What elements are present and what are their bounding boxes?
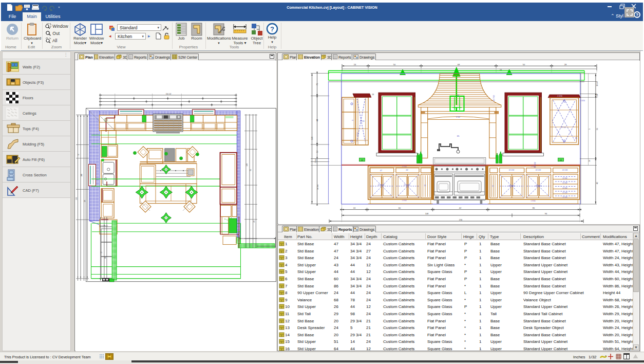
svg-text:22 1/32: 22 1/32 <box>509 169 515 171</box>
svg-text:22 1/32: 22 1/32 <box>536 169 541 171</box>
svg-text:28 15/32: 28 15/32 <box>508 185 515 187</box>
svg-text:2 13/16: 2 13/16 <box>557 95 562 97</box>
svg-text:1 9/16: 1 9/16 <box>402 166 407 168</box>
svg-text:108: 108 <box>81 174 83 177</box>
svg-text:66: 66 <box>457 95 459 97</box>
svg-text:24: 24 <box>500 69 502 71</box>
svg-text:108: 108 <box>425 212 429 215</box>
svg-text:26: 26 <box>253 221 255 223</box>
svg-text:2 3/4: 2 3/4 <box>596 94 598 97</box>
svg-text:44: 44 <box>316 119 318 121</box>
svg-text:24: 24 <box>354 63 356 66</box>
svg-text:22 1/32: 22 1/32 <box>562 187 567 189</box>
svg-text:68: 68 <box>458 63 460 66</box>
svg-text:55: 55 <box>596 128 598 130</box>
svg-text:6 3/4: 6 3/4 <box>456 116 460 118</box>
svg-text:?: ? <box>270 25 274 33</box>
svg-text:60: 60 <box>399 207 401 209</box>
svg-text:72: 72 <box>78 154 80 156</box>
svg-text:84: 84 <box>104 257 106 259</box>
svg-text:1 9/16: 1 9/16 <box>402 199 407 202</box>
svg-text:120: 120 <box>311 137 313 140</box>
svg-text:96: 96 <box>545 212 547 215</box>
svg-text:42: 42 <box>459 207 462 209</box>
svg-text:24: 24 <box>372 94 374 96</box>
svg-text:120: 120 <box>246 163 248 167</box>
svg-text:34 3/4: 34 3/4 <box>317 185 319 190</box>
svg-text:95: 95 <box>250 169 252 171</box>
svg-text:7 1/4: 7 1/4 <box>315 159 317 163</box>
svg-text:19 3/4: 19 3/4 <box>596 81 598 86</box>
svg-text:2 13/16: 2 13/16 <box>580 100 585 102</box>
svg-text:86: 86 <box>533 207 535 209</box>
svg-text:5: 5 <box>589 129 591 130</box>
svg-text:7: 7 <box>113 257 115 258</box>
svg-text:2 7/16: 2 7/16 <box>360 120 365 122</box>
svg-text:1 9/16: 1 9/16 <box>531 200 536 202</box>
svg-text:150 1/2: 150 1/2 <box>166 93 172 95</box>
svg-text:28: 28 <box>564 63 567 66</box>
svg-text:22 15/32: 22 15/32 <box>378 184 385 186</box>
svg-text:47: 47 <box>380 170 382 172</box>
svg-text:271/2: 271/2 <box>357 132 359 136</box>
svg-text:50: 50 <box>393 63 396 66</box>
svg-text:22 1/32: 22 1/32 <box>562 169 568 171</box>
svg-text:32 7/32: 32 7/32 <box>493 95 495 101</box>
svg-text:22 1/32: 22 1/32 <box>562 177 567 179</box>
svg-text:22 1/32: 22 1/32 <box>562 192 567 194</box>
svg-text:22: 22 <box>406 169 408 171</box>
svg-text:50: 50 <box>523 63 525 66</box>
svg-text:42: 42 <box>596 182 598 184</box>
svg-text:56: 56 <box>84 200 86 202</box>
svg-text:28 15/32: 28 15/32 <box>535 185 542 187</box>
svg-text:22 1/32: 22 1/32 <box>562 196 567 198</box>
svg-text:24: 24 <box>353 207 356 209</box>
svg-text:50: 50 <box>575 137 577 139</box>
svg-text:44: 44 <box>560 159 562 161</box>
svg-text:1 9/16: 1 9/16 <box>531 166 536 168</box>
svg-text:77: 77 <box>101 251 103 253</box>
svg-text:44: 44 <box>361 159 364 161</box>
svg-text:27 1/2: 27 1/2 <box>561 126 566 129</box>
svg-text:22 15/32: 22 15/32 <box>404 184 410 186</box>
svg-text:231: 231 <box>75 197 78 200</box>
svg-text:72: 72 <box>316 83 318 85</box>
svg-text:22 1/32: 22 1/32 <box>562 182 567 184</box>
svg-text:9: 9 <box>352 120 354 121</box>
svg-text:12: 12 <box>316 151 318 153</box>
svg-text:15: 15 <box>492 185 494 187</box>
svg-text:216: 216 <box>459 219 463 221</box>
svg-text:19: 19 <box>424 185 426 187</box>
svg-text:24: 24 <box>589 160 591 162</box>
svg-text:65: 65 <box>457 135 460 137</box>
